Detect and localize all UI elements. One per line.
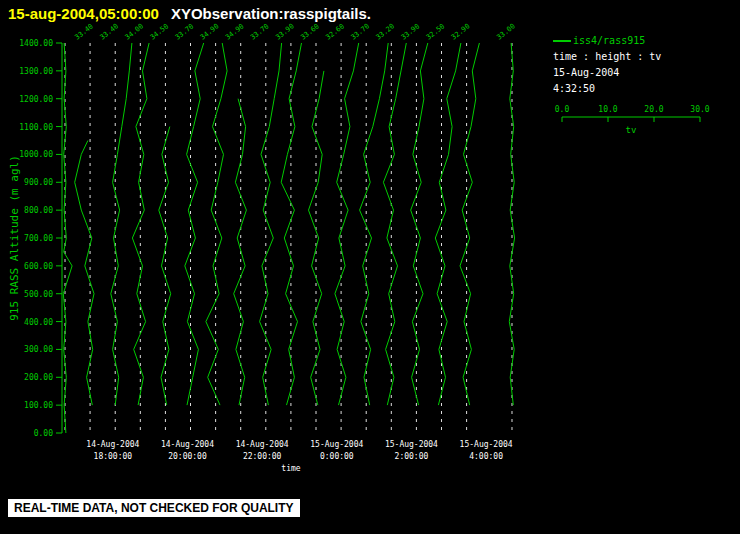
pigtail-trace	[206, 43, 227, 405]
y-tick-label: 1300.00	[19, 67, 53, 76]
pigtail-trace	[75, 141, 94, 406]
tv-scale-tick-label: 20.0	[644, 105, 663, 114]
profile-top-label: 33.90	[274, 22, 296, 41]
pigtail-trace	[281, 43, 301, 405]
pigtail-trace	[159, 127, 171, 406]
profile-top-label: 33.70	[249, 22, 271, 41]
profile-top-label: 33.70	[350, 22, 372, 41]
pigtail-trace	[234, 99, 247, 405]
y-tick-label: 1100.00	[19, 123, 53, 132]
title-observation-name: XYObservation:rasspigtails.	[171, 5, 371, 22]
profile-top-label: 33.40	[73, 22, 95, 41]
legend-mapping: time : height : tv	[553, 49, 661, 65]
y-tick-label: 300.00	[24, 345, 53, 354]
y-tick-label: 200.00	[24, 373, 53, 382]
profile-top-label: 33.90	[400, 22, 422, 41]
y-axis-label: 915 RASS Altitude (m agl)	[8, 155, 21, 321]
legend-series-row: iss4/rass915	[553, 33, 661, 49]
legend-time: 4:32:50	[553, 81, 661, 97]
pigtail-trace	[111, 43, 132, 405]
title-timestamp: 15-aug-2004,05:00:00	[8, 5, 159, 22]
x-tick-date: 14-Aug-2004	[86, 440, 139, 449]
pigtail-trace	[185, 43, 204, 405]
pigtail-trace	[360, 43, 389, 405]
profile-top-label: 34.00	[124, 22, 146, 41]
profile-top-label: 33.20	[375, 22, 397, 41]
profile-top-label: 33.60	[299, 22, 321, 41]
x-tick-time: 22:00:00	[243, 452, 282, 461]
profile-top-label: 33.70	[174, 22, 196, 41]
profile-top-label: 33.40	[99, 22, 121, 41]
x-tick-date: 15-Aug-2004	[310, 440, 363, 449]
pigtail-trace	[383, 43, 406, 405]
x-tick-time: 2:00:00	[395, 452, 429, 461]
pigtail-trace	[335, 43, 359, 405]
x-tick-date: 14-Aug-2004	[161, 440, 214, 449]
x-tick-time: 18:00:00	[94, 452, 133, 461]
rass-display-window: 0.00100.00200.00300.00400.00500.00600.00…	[0, 0, 740, 534]
y-tick-label: 500.00	[24, 290, 53, 299]
profile-top-label: 32.90	[450, 22, 472, 41]
profile-top-label: 32.50	[425, 22, 447, 41]
y-tick-label: 400.00	[24, 318, 53, 327]
y-tick-label: 1400.00	[19, 39, 53, 48]
pigtail-trace	[132, 43, 149, 405]
pigtail-trace	[411, 43, 428, 405]
y-tick-label: 0.00	[34, 429, 53, 438]
pigtail-trace	[509, 43, 514, 405]
profile-top-label: 34.90	[224, 22, 246, 41]
y-tick-label: 100.00	[24, 401, 53, 410]
pigtail-trace	[435, 43, 461, 405]
profile-top-label: 34.90	[199, 22, 221, 41]
x-tick-time: 4:00:00	[469, 452, 503, 461]
pigtail-trace	[260, 43, 282, 405]
y-tick-label: 700.00	[24, 234, 53, 243]
y-tick-label: 1000.00	[19, 150, 53, 159]
legend-series-name: iss4/rass915	[573, 35, 645, 46]
page-title: 15-aug-2004,05:00:00XYObservation:rasspi…	[8, 5, 371, 22]
y-tick-label: 1200.00	[19, 95, 53, 104]
x-tick-time: 0:00:00	[320, 452, 354, 461]
y-tick-label: 600.00	[24, 262, 53, 271]
pigtail-trace	[460, 43, 479, 405]
tv-scale-tick-label: 30.0	[690, 105, 709, 114]
legend: iss4/rass915 time : height : tv 15-Aug-2…	[553, 33, 661, 97]
x-axis-label: time	[281, 464, 300, 473]
x-tick-date: 15-Aug-2004	[385, 440, 438, 449]
profile-top-label: 34.50	[149, 22, 171, 41]
y-tick-label: 900.00	[24, 178, 53, 187]
x-tick-date: 14-Aug-2004	[236, 440, 289, 449]
tv-scale-tick-label: 10.0	[598, 105, 617, 114]
x-tick-time: 20:00:00	[168, 452, 207, 461]
y-tick-label: 800.00	[24, 206, 53, 215]
quality-banner: REAL-TIME DATA, NOT CHECKED FOR QUALITY	[8, 499, 300, 517]
tv-scale-label: tv	[626, 125, 637, 135]
legend-date: 15-Aug-2004	[553, 65, 661, 81]
series-line-swatch	[553, 40, 571, 42]
profile-top-label: 32.60	[324, 22, 346, 41]
tv-scale-tick-label: 0.0	[555, 105, 570, 114]
x-tick-date: 15-Aug-2004	[460, 440, 513, 449]
profile-top-label: 33.00	[495, 22, 517, 41]
